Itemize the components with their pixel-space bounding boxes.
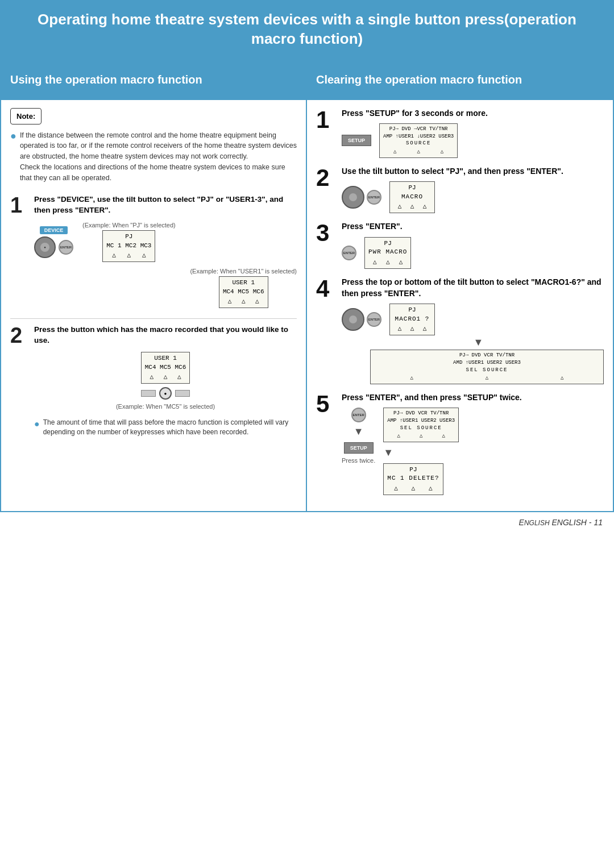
page-header: Operating home theatre system devices wi… (0, 0, 614, 59)
r4-lcd2-arrows: △ △ △ (374, 375, 600, 382)
pj-example-label: (Example: When "PJ" is selected) (82, 222, 176, 229)
right-step-4: 4 Press the top or bottom of the tilt bu… (316, 277, 604, 384)
step2-lcd-line2: MC4 MC5 MC6 (145, 363, 186, 372)
enter-button[interactable]: ENTER (59, 240, 73, 255)
sub-note: ● The amount of time that will pass befo… (34, 418, 297, 437)
tilt-center-2 (349, 193, 357, 201)
tilt-button[interactable]: ● (34, 236, 56, 258)
enter-btn-2[interactable]: ENTER (367, 190, 381, 205)
step2-lcd-line1: USER 1 (145, 354, 186, 363)
note-label: Note: (16, 112, 35, 121)
right-step-3-title: Press "ENTER". (342, 221, 604, 232)
r3-lcd-line1: PJ (368, 239, 407, 248)
btn-right[interactable] (175, 390, 190, 397)
right-step-4-title: Press the top or bottom of the tilt butt… (342, 277, 604, 299)
r5-lcd1-arrows: △ △ △ (387, 433, 455, 440)
right-step-5-lcd1: PJ→ DVD VCR TV/TNR AMP ↑USER1 USER2 USER… (383, 408, 459, 442)
right-step-4-num: 4 (316, 277, 336, 301)
r5-lcd2-line2: MC 1 DELETE? (387, 474, 439, 483)
right-step-2: 2 Use the tilt button to select "PJ", an… (316, 166, 604, 214)
left-section-content: Note: ● If the distance between the remo… (1, 100, 306, 455)
right-section-header: Clearing the operation macro function (307, 60, 613, 100)
right-step-5-title: Press "ENTER", and then press "SETUP" tw… (342, 392, 604, 404)
right-step-2-title: Use the tilt button to select "PJ", and … (342, 166, 604, 177)
right-step-4-imgs-row1: ENTER PJ MACRO1 ? △ △ △ (342, 304, 604, 335)
right-step-2-num: 2 (316, 166, 336, 190)
footer-english: E (519, 518, 524, 527)
right-step-1-content: Press "SETUP" for 3 seconds or more. SET… (342, 108, 604, 158)
tilt-center: ● (40, 243, 49, 252)
pj-lcd-line1: PJ (106, 232, 151, 241)
user1-example-label: (Example: When "USER1" is selected) (190, 268, 297, 275)
right-step-1: 1 Press "SETUP" for 3 seconds or more. S… (316, 108, 604, 158)
note-box: Note: (10, 108, 42, 124)
r4-lcd1-line1: PJ (393, 306, 431, 314)
tilt-btn-4[interactable] (342, 308, 364, 331)
right-step-5-lcd2: PJ MC 1 DELETE? △ △ △ (383, 463, 443, 495)
right-step-2-lcd: PJ MACRO △ △ △ (389, 181, 435, 213)
user1-example-container: (Example: When "USER1" is selected) USER… (34, 268, 297, 308)
right-section-title: Clearing the operation macro function (316, 73, 522, 86)
right-step-3-num: 3 (316, 221, 336, 245)
right-step-4-lcd2-container: PJ→ DVD VCR TV/TNR AMD ↑USER1 USER2 USER… (370, 350, 604, 384)
enter-btn-5[interactable]: ENTER (351, 408, 366, 422)
arrow-down-4: ▼ (353, 337, 604, 348)
page-footer: ENGLISH ENGLISH - 11 (0, 512, 614, 533)
step2-lcd-arrows: △ △ △ (145, 373, 186, 381)
left-step-2-text: Press the button which has the macro rec… (34, 325, 297, 346)
right-step-5-imgs: ENTER ▼ SETUP Press twice. PJ→ DVD VCR T… (342, 408, 604, 495)
left-step-1-content: Press "DEVICE", use the tilt button to s… (34, 194, 297, 308)
press-twice-label: Press twice. (342, 457, 375, 464)
r5-lcd1-line1: PJ→ DVD VCR TV/TNR (387, 410, 455, 417)
btn-left[interactable] (141, 390, 156, 397)
right-step-3-imgs: ENTER PJ PWR MACRO △ △ △ (342, 237, 604, 269)
right-step-1-imgs: SETUP PJ→ DVD →VCR TV/TNR AMP ↑USER1 ↓US… (342, 123, 604, 157)
tilt-btn-2[interactable] (342, 186, 364, 209)
right-step-1-title: Press "SETUP" for 3 seconds or more. (342, 108, 604, 119)
left-section-title: Using the operation macro function (10, 73, 202, 86)
step5-lcds: PJ→ DVD VCR TV/TNR AMP ↑USER1 USER2 USER… (383, 408, 459, 495)
r1-lcd-line1: PJ→ DVD →VCR TV/TNR (383, 126, 454, 133)
device-button-label: DEVICE (40, 226, 68, 234)
arrow-down-5: ▼ (354, 426, 364, 438)
sub-note-text: The amount of time that will pass before… (43, 418, 297, 437)
pj-lcd: PJ MC 1 MC2 MC3 △ △ △ (102, 230, 155, 262)
left-step-1-text: Press "DEVICE", use the tilt button to s… (34, 194, 297, 216)
left-step-2-number: 2 (10, 325, 27, 346)
note-text-1: If the distance between the remote contr… (20, 130, 297, 184)
r2-lcd-line1: PJ (393, 184, 431, 192)
right-step-4-content: Press the top or bottom of the tilt butt… (342, 277, 604, 384)
main-content: Using the operation macro function Note:… (0, 59, 614, 512)
pj-lcd-line2: MC 1 MC2 MC3 (106, 242, 151, 250)
right-step-4-lcd1: PJ MACRO1 ? △ △ △ (389, 304, 435, 335)
enter-btn-4[interactable]: ENTER (367, 312, 381, 327)
right-step-3: 3 Press "ENTER". ENTER PJ PWR MACRO △ △ … (316, 221, 604, 269)
step-divider (10, 318, 297, 319)
setup-button-5[interactable]: SETUP (344, 442, 374, 454)
r2-lcd-line2: MACRO (393, 193, 431, 201)
right-step-4-lcd2: PJ→ DVD VCR TV/TNR AMD ↑USER1 USER2 USER… (370, 350, 604, 384)
user1-example: (Example: When "USER1" is selected) USER… (190, 268, 297, 308)
bullet-icon: ● (10, 130, 16, 188)
r1-lcd-line3: SOURCE (383, 140, 454, 147)
left-column: Using the operation macro function Note:… (1, 60, 307, 511)
btn-mc5[interactable]: ● (159, 387, 172, 400)
nav-cluster-2: ENTER (342, 186, 381, 209)
setup-button-1[interactable]: SETUP (342, 135, 371, 146)
r5-lcd2-arrows: △ △ △ (387, 484, 439, 493)
right-step-2-content: Use the tilt button to select "PJ", and … (342, 166, 604, 214)
left-step-1: 1 Press "DEVICE", use the tilt button to… (10, 194, 297, 308)
r4-lcd1-line2: MACRO1 ? (393, 315, 431, 323)
right-step-5: 5 Press "ENTER", and then press "SETUP" … (316, 392, 604, 495)
note-bullet-1: ● If the distance between the remote con… (10, 130, 297, 188)
pj-lcd-arrows: △ △ △ (106, 251, 151, 260)
enter-setup-col: ENTER ▼ SETUP Press twice. (342, 408, 375, 464)
enter-btn-3[interactable]: ENTER (342, 246, 356, 260)
r3-lcd-arrows: △ △ △ (368, 258, 407, 267)
r2-lcd-arrows: △ △ △ (393, 202, 431, 211)
right-step-5-content: Press "ENTER", and then press "SETUP" tw… (342, 392, 604, 495)
right-column: Clearing the operation macro function 1 … (307, 60, 613, 511)
r5-lcd1-line3: SEL SOURCE (387, 425, 455, 432)
left-step-2: 2 Press the button which has the macro r… (10, 325, 297, 437)
right-step-3-lcd: PJ PWR MACRO △ △ △ (364, 237, 411, 269)
